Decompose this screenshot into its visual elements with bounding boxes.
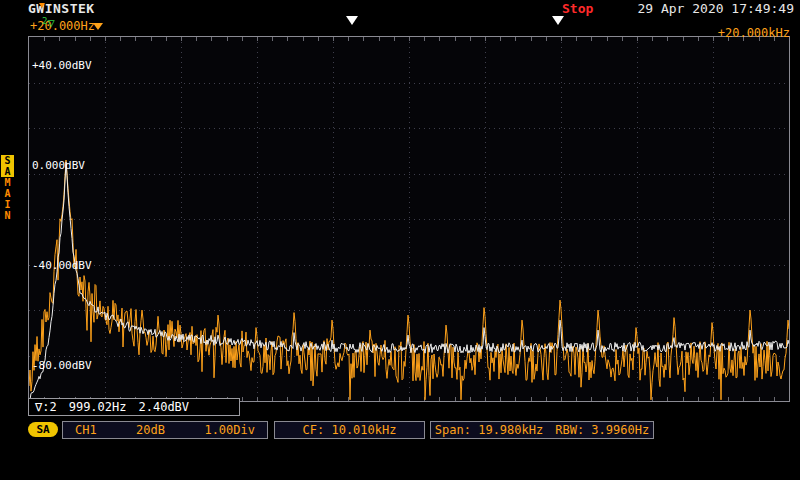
- spectrum-display: +40.00dBV 0.000dBV -40.00dBV -80.00dBV: [28, 36, 790, 402]
- trace-position-marker-icon: [93, 23, 103, 30]
- logo-accent-icon: [39, 3, 45, 8]
- marker-readout-amplitude: 2.40dBV: [138, 400, 189, 414]
- marker-readout: ∇:2 999.02Hz 2.40dBV: [28, 398, 240, 416]
- logo-w: W: [36, 1, 44, 16]
- mode-letter: A: [1, 188, 14, 199]
- span-value: Span: 19.980kHz: [435, 423, 543, 437]
- mode-letter: N: [1, 210, 14, 221]
- instrument-screen: GWINSTEK Stop 29 Apr 2020 17:49:49 +20.0…: [0, 0, 800, 480]
- y-axis-label: -80.00dBV: [32, 359, 92, 372]
- reference-marker-b-icon: [552, 16, 564, 25]
- rbw-value: RBW: 3.9960Hz: [555, 423, 649, 437]
- stop-frequency-label: +20.000kHz: [718, 26, 790, 40]
- start-frequency-label: +20.000Hz: [30, 19, 95, 33]
- spectrum-plot: [29, 37, 789, 401]
- y-axis-label: -40.00dBV: [32, 259, 92, 272]
- marker-readout-frequency: 999.02Hz: [69, 400, 127, 414]
- logo-g: G: [28, 1, 36, 16]
- division-setting: 1.00Div: [204, 423, 255, 437]
- acquisition-status: Stop: [562, 1, 593, 16]
- ch1-spectrum: [29, 160, 789, 400]
- mode-letter: I: [1, 199, 14, 210]
- center-frequency: CF: 10.010kHz: [303, 423, 397, 437]
- sa-mode-indicator: SA: [28, 422, 58, 437]
- datetime: 29 Apr 2020 17:49:49: [637, 1, 794, 16]
- marker-2-indicator: 2 ▽: [42, 16, 55, 30]
- marker-2-triangle-icon: ▽: [47, 16, 54, 30]
- mode-letter: M: [1, 177, 14, 188]
- y-axis-label: +40.00dBV: [32, 59, 92, 72]
- center-frequency-box: CF: 10.010kHz: [274, 421, 425, 439]
- top-bar: GWINSTEK Stop 29 Apr 2020 17:49:49: [0, 0, 800, 17]
- logo-rest: INSTEK: [45, 1, 95, 16]
- span-rbw-box: Span: 19.980kHz RBW: 3.9960Hz: [430, 421, 654, 439]
- channel-settings-box: CH1 20dB 1.00Div: [62, 421, 268, 439]
- y-axis-label: 0.000dBV: [32, 159, 85, 172]
- brand-logo: GWINSTEK: [28, 1, 95, 16]
- mode-strip: S A M A I N: [1, 155, 14, 221]
- sa-mode-badge: S A: [1, 155, 14, 177]
- status-bar: SA CH1 20dB 1.00Div CF: 10.010kHz Span: …: [0, 421, 800, 441]
- channel-label: CH1: [75, 423, 97, 437]
- reference-marker-a-icon: [346, 16, 358, 25]
- vertical-scale: 20dB: [136, 423, 165, 437]
- marker-readout-symbol: ∇:2: [35, 400, 57, 414]
